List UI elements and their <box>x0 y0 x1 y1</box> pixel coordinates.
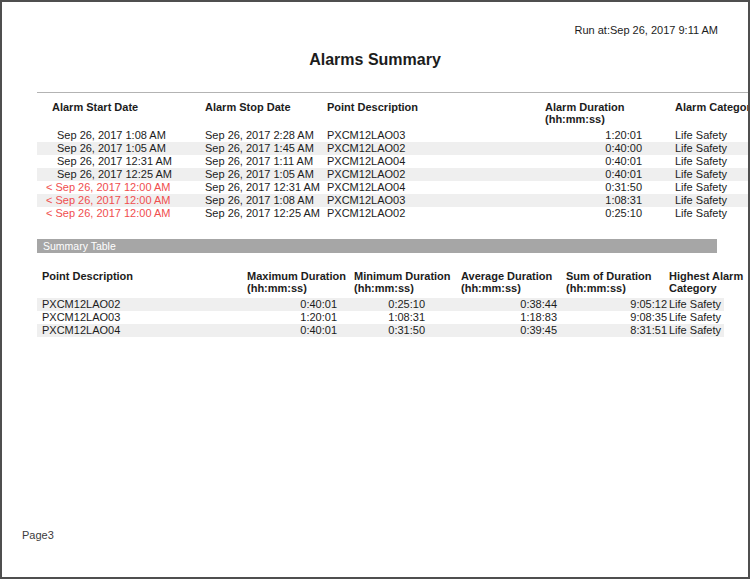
point-description-cell: PXCM12LAO03 <box>327 129 517 142</box>
summary-point-description-cell: PXCM12LAO04 <box>37 324 247 337</box>
point-description-cell: PXCM12LAO02 <box>327 207 517 220</box>
column-header-alarm-stop-date: Alarm Stop Date <box>205 93 327 130</box>
run-at-timestamp: Run at:Sep 26, 2017 9:11 AM <box>574 24 718 36</box>
summary-maximum-duration-cell: 0:40:01 <box>247 324 352 337</box>
column-header-sum-of-duration-label: Sum of Duration <box>566 270 652 282</box>
alarms-table: Alarm Start Date Alarm Stop Date Point D… <box>37 92 750 220</box>
alarm-stop-date-cell: Sep 26, 2017 1:08 AM <box>205 194 327 207</box>
column-header-average-duration-label: Average Duration <box>461 270 552 282</box>
column-header-maximum-duration: Maximum Duration(hh:mm:ss) <box>247 264 352 298</box>
summary-section-bar: Summary Table <box>37 239 717 253</box>
summary-minimum-duration-cell: 0:25:10 <box>352 298 461 311</box>
summary-minimum-duration-cell: 0:31:50 <box>352 324 461 337</box>
report-page: Run at:Sep 26, 2017 9:11 AM Alarms Summa… <box>0 0 750 579</box>
alarm-category-cell: Life Safety <box>645 142 750 155</box>
column-header-maximum-duration-label: Maximum Duration <box>247 270 346 282</box>
alarm-category-cell: Life Safety <box>645 181 750 194</box>
alarm-row-flagged: < Sep 26, 2017 12:00 AM Sep 26, 2017 1:0… <box>37 194 750 207</box>
summary-row: PXCM12LAO03 1:20:01 1:08:31 1:18:83 9:08… <box>37 311 724 324</box>
summary-point-description-cell: PXCM12LAO03 <box>37 311 247 324</box>
alarm-row: Sep 26, 2017 1:05 AM Sep 26, 2017 1:45 A… <box>37 142 750 155</box>
alarms-table-header-row: Alarm Start Date Alarm Stop Date Point D… <box>37 93 750 130</box>
alarm-row-flagged: < Sep 26, 2017 12:00 AM Sep 26, 2017 12:… <box>37 181 750 194</box>
alarm-start-date-cell: Sep 26, 2017 1:05 AM <box>37 142 205 155</box>
alarm-row: Sep 26, 2017 1:08 AM Sep 26, 2017 2:28 A… <box>37 129 750 142</box>
summary-average-duration-cell: 0:38:44 <box>461 298 566 311</box>
summary-average-duration-cell: 0:39:45 <box>461 324 566 337</box>
summary-table: Point Description Maximum Duration(hh:mm… <box>37 264 724 337</box>
summary-average-duration-cell: 1:18:83 <box>461 311 566 324</box>
alarm-start-date-cell-flagged: < Sep 26, 2017 12:00 AM <box>37 207 205 220</box>
alarm-start-date-cell: Sep 26, 2017 12:31 AM <box>37 155 205 168</box>
alarm-category-cell: Life Safety <box>645 207 750 220</box>
summary-sum-of-duration-cell: 9:05:12 <box>566 298 669 311</box>
alarm-duration-cell: 1:20:01 <box>517 129 645 142</box>
alarm-duration-cell: 0:25:10 <box>517 207 645 220</box>
alarm-stop-date-cell: Sep 26, 2017 2:28 AM <box>205 129 327 142</box>
alarm-start-date-cell-flagged: < Sep 26, 2017 12:00 AM <box>37 181 205 194</box>
alarm-category-cell: Life Safety <box>645 168 750 181</box>
alarm-duration-cell: 1:08:31 <box>517 194 645 207</box>
summary-table-header-row: Point Description Maximum Duration(hh:mm… <box>37 264 724 298</box>
column-header-highest-alarm-category-line1: Highest Alarm <box>669 270 743 282</box>
alarm-start-date-cell-flagged: < Sep 26, 2017 12:00 AM <box>37 194 205 207</box>
point-description-cell: PXCM12LAO04 <box>327 155 517 168</box>
summary-highest-category-cell: Life Safety <box>669 324 724 337</box>
column-header-point-description: Point Description <box>327 93 517 130</box>
summary-point-description-cell: PXCM12LAO02 <box>37 298 247 311</box>
alarm-start-date-cell: Sep 26, 2017 1:08 AM <box>37 129 205 142</box>
summary-maximum-duration-cell: 0:40:01 <box>247 298 352 311</box>
summary-row: PXCM12LAO02 0:40:01 0:25:10 0:38:44 9:05… <box>37 298 724 311</box>
alarm-start-date-cell: Sep 26, 2017 12:25 AM <box>37 168 205 181</box>
point-description-cell: PXCM12LAO04 <box>327 181 517 194</box>
alarm-duration-cell: 0:31:50 <box>517 181 645 194</box>
column-header-sum-of-duration: Sum of Duration(hh:mm:ss) <box>566 264 669 298</box>
alarm-stop-date-cell: Sep 26, 2017 1:05 AM <box>205 168 327 181</box>
column-header-minimum-duration-unit: (hh:mm:ss) <box>354 282 461 294</box>
summary-sum-of-duration-cell: 9:08:35 <box>566 311 669 324</box>
alarm-stop-date-cell: Sep 26, 2017 12:25 AM <box>205 207 327 220</box>
alarm-category-cell: Life Safety <box>645 194 750 207</box>
column-header-highest-alarm-category-line2: Category <box>669 282 724 294</box>
column-header-average-duration: Average Duration(hh:mm:ss) <box>461 264 566 298</box>
column-header-minimum-duration-label: Minimum Duration <box>354 270 451 282</box>
alarm-duration-cell: 0:40:01 <box>517 168 645 181</box>
column-header-alarm-duration: Alarm Duration(hh:mm:ss) <box>517 93 645 130</box>
summary-row: PXCM12LAO04 0:40:01 0:31:50 0:39:45 8:31… <box>37 324 724 337</box>
page-number: Page3 <box>22 529 54 541</box>
column-header-alarm-category: Alarm Category <box>645 93 750 130</box>
page-title: Alarms Summary <box>2 51 748 69</box>
summary-sum-of-duration-cell: 8:31:51 <box>566 324 669 337</box>
alarm-row-flagged: < Sep 26, 2017 12:00 AM Sep 26, 2017 12:… <box>37 207 750 220</box>
alarm-duration-cell: 0:40:00 <box>517 142 645 155</box>
column-header-alarm-duration-label: Alarm Duration <box>545 101 624 113</box>
column-header-highest-alarm-category: Highest AlarmCategory <box>669 264 724 298</box>
column-header-sum-of-duration-unit: (hh:mm:ss) <box>566 282 669 294</box>
alarm-duration-cell: 0:40:01 <box>517 155 645 168</box>
alarm-stop-date-cell: Sep 26, 2017 1:11 AM <box>205 155 327 168</box>
alarm-row: Sep 26, 2017 12:31 AM Sep 26, 2017 1:11 … <box>37 155 750 168</box>
summary-highest-category-cell: Life Safety <box>669 298 724 311</box>
summary-highest-category-cell: Life Safety <box>669 311 724 324</box>
summary-minimum-duration-cell: 1:08:31 <box>352 311 461 324</box>
point-description-cell: PXCM12LAO02 <box>327 168 517 181</box>
column-header-maximum-duration-unit: (hh:mm:ss) <box>247 282 352 294</box>
alarm-category-cell: Life Safety <box>645 129 750 142</box>
column-header-alarm-start-date: Alarm Start Date <box>37 93 205 130</box>
column-header-point-description: Point Description <box>37 264 247 298</box>
point-description-cell: PXCM12LAO03 <box>327 194 517 207</box>
alarm-category-cell: Life Safety <box>645 155 750 168</box>
alarm-row: Sep 26, 2017 12:25 AM Sep 26, 2017 1:05 … <box>37 168 750 181</box>
summary-maximum-duration-cell: 1:20:01 <box>247 311 352 324</box>
column-header-average-duration-unit: (hh:mm:ss) <box>461 282 566 294</box>
column-header-alarm-duration-unit: (hh:mm:ss) <box>545 113 645 125</box>
column-header-minimum-duration: Minimum Duration(hh:mm:ss) <box>352 264 461 298</box>
alarm-stop-date-cell: Sep 26, 2017 1:45 AM <box>205 142 327 155</box>
alarm-stop-date-cell: Sep 26, 2017 12:31 AM <box>205 181 327 194</box>
point-description-cell: PXCM12LAO02 <box>327 142 517 155</box>
